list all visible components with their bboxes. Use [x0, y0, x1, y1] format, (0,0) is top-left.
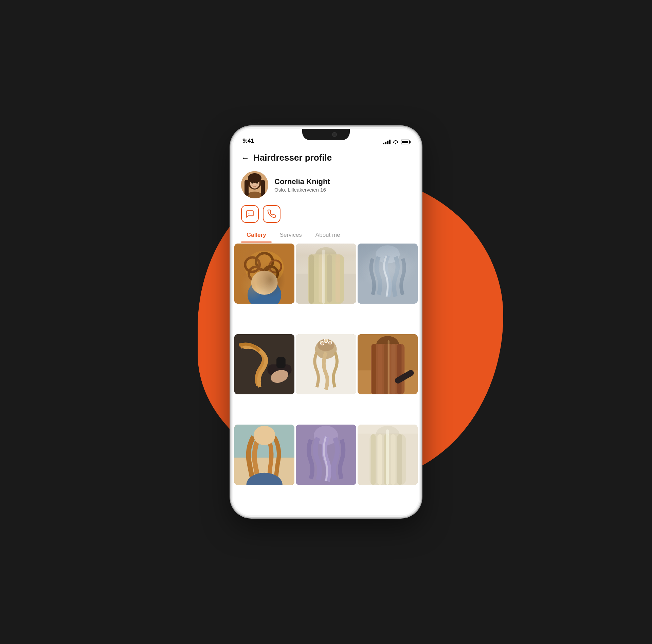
svg-point-7 — [251, 182, 253, 184]
battery-icon — [401, 140, 410, 144]
gallery-grid — [233, 242, 419, 515]
gallery-item[interactable] — [234, 244, 294, 304]
message-icon — [246, 210, 254, 218]
svg-rect-5 — [244, 180, 249, 197]
svg-rect-27 — [327, 254, 332, 303]
svg-rect-73 — [358, 425, 418, 434]
tab-gallery[interactable]: Gallery — [241, 228, 272, 242]
gallery-image-silver-wavy — [358, 244, 418, 304]
gallery-item[interactable] — [296, 334, 356, 394]
svg-rect-68 — [377, 434, 382, 485]
gallery-item[interactable] — [358, 244, 418, 304]
svg-rect-55 — [387, 340, 389, 394]
profile-location: Oslo, Lilleakerveien 16 — [274, 187, 330, 193]
svg-point-18 — [263, 266, 278, 281]
gallery-image-lilac-wavy — [296, 425, 356, 485]
message-button[interactable] — [241, 205, 259, 223]
phone-device: 9:41 ← Hairdresser profile — [231, 127, 421, 517]
svg-point-42 — [320, 341, 322, 343]
svg-point-10 — [250, 213, 250, 214]
svg-rect-30 — [358, 244, 418, 304]
svg-rect-25 — [309, 254, 314, 304]
svg-rect-51 — [384, 344, 388, 394]
svg-rect-72 — [386, 430, 389, 485]
svg-rect-24 — [308, 254, 344, 304]
svg-rect-70 — [391, 434, 395, 485]
svg-rect-53 — [397, 344, 401, 394]
front-camera — [332, 132, 337, 137]
svg-rect-21 — [296, 244, 356, 304]
gallery-item[interactable] — [296, 244, 356, 304]
app-header: ← Hairdresser profile — [233, 147, 419, 167]
svg-point-11 — [251, 213, 251, 214]
svg-point-60 — [254, 426, 275, 445]
status-icons — [383, 140, 410, 144]
svg-rect-34 — [276, 357, 286, 368]
status-bar: 9:41 — [233, 129, 419, 147]
gallery-image-bridal — [296, 334, 356, 394]
svg-rect-12 — [234, 244, 294, 304]
svg-rect-49 — [372, 344, 376, 394]
svg-rect-22 — [296, 244, 356, 274]
svg-point-9 — [249, 213, 249, 214]
profile-info: Cornelia Knight Oslo, Lilleakerveien 16 — [274, 177, 330, 193]
gallery-image-back-wavy — [234, 425, 294, 485]
svg-point-44 — [330, 340, 332, 342]
tab-services[interactable]: Services — [274, 228, 307, 242]
svg-rect-29 — [322, 250, 325, 304]
profile-name: Cornelia Knight — [274, 177, 330, 186]
page-title: Hairdresser profile — [253, 153, 332, 163]
gallery-image-straight-blonde — [358, 425, 418, 485]
svg-point-17 — [249, 267, 262, 280]
phone-icon — [267, 210, 276, 218]
avatar — [241, 171, 268, 198]
call-button[interactable] — [263, 205, 280, 223]
gallery-image-blowdry — [234, 334, 294, 394]
svg-point-8 — [256, 182, 258, 184]
svg-rect-50 — [378, 344, 382, 394]
svg-point-20 — [251, 271, 278, 295]
gallery-image-long-blonde — [296, 244, 356, 304]
svg-point-13 — [245, 251, 284, 284]
tab-about[interactable]: About me — [310, 228, 346, 242]
svg-rect-67 — [371, 434, 376, 485]
signal-icon — [383, 140, 391, 144]
svg-point-31 — [376, 245, 400, 263]
scene: 9:41 ← Hairdresser profile — [139, 16, 513, 628]
action-buttons — [233, 201, 419, 228]
svg-rect-26 — [319, 254, 324, 303]
status-time: 9:41 — [242, 138, 254, 144]
svg-rect-71 — [397, 434, 402, 485]
app-content: ← Hairdresser profile — [233, 147, 419, 515]
gallery-item[interactable] — [358, 334, 418, 394]
gallery-image-straight-brown — [358, 334, 418, 394]
gallery-item[interactable] — [296, 425, 356, 485]
gallery-item[interactable] — [234, 425, 294, 485]
svg-rect-6 — [261, 180, 265, 197]
svg-point-23 — [315, 247, 337, 264]
svg-rect-28 — [336, 254, 340, 303]
gallery-item[interactable] — [358, 425, 418, 485]
gallery-item[interactable] — [234, 334, 294, 394]
profile-section: Cornelia Knight Oslo, Lilleakerveien 16 — [233, 167, 419, 201]
phone-screen: 9:41 ← Hairdresser profile — [233, 129, 419, 515]
svg-rect-52 — [391, 344, 395, 394]
svg-point-16 — [269, 261, 281, 272]
wifi-icon — [393, 140, 399, 144]
gallery-image-curly — [234, 244, 294, 304]
svg-point-43 — [326, 339, 328, 340]
svg-point-19 — [248, 280, 281, 304]
tab-bar: Gallery Services About me — [233, 228, 419, 242]
svg-point-15 — [256, 253, 273, 270]
back-button[interactable]: ← — [241, 153, 249, 163]
notch — [302, 129, 350, 140]
svg-point-14 — [245, 257, 260, 272]
